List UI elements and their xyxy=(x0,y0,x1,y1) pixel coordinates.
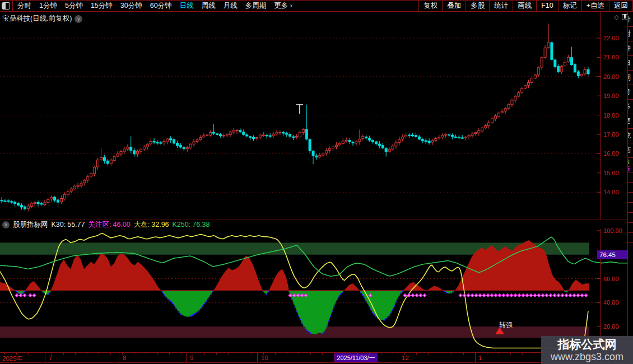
date-tick xyxy=(40,353,40,354)
date-tick xyxy=(416,353,417,354)
strip-button[interactable]: 画 xyxy=(628,143,633,158)
chevron-down-icon[interactable]: ∨ xyxy=(75,15,82,23)
indicator-label-40.00: 40.00 xyxy=(603,300,619,306)
strip-button[interactable]: 时 xyxy=(628,27,633,41)
month-label-12: 12 xyxy=(402,354,409,361)
strip-number-button[interactable]: 1 xyxy=(628,233,633,243)
date-tick xyxy=(322,353,323,354)
layout-panel-icon[interactable] xyxy=(2,2,10,10)
high-marker xyxy=(296,105,303,114)
month-separator xyxy=(398,353,398,363)
period-tab-分时[interactable]: 分时 xyxy=(17,1,31,11)
date-tick xyxy=(428,353,429,354)
strip-number-button[interactable]: 1 xyxy=(628,203,633,213)
chart-corner-tools: ◇ xyxy=(614,13,628,21)
month-separator xyxy=(45,353,45,363)
attention-diamonds xyxy=(15,293,588,297)
period-toolbar: 分时1分钟5分钟15分钟30分钟60分钟日线周线月线多周期更多 › 复权叠加多股… xyxy=(0,0,633,12)
strip-button[interactable]: 统 xyxy=(628,129,633,143)
date-tick xyxy=(475,353,476,354)
strip-button-accent[interactable]: 自 xyxy=(628,158,633,165)
indicator-header: ∨ 股朋指标网 K30: 55.77 关注区: 46.00 大盘: 32.96 … xyxy=(0,220,627,229)
watermark: 指标公式网 www.zbgs3.com xyxy=(541,336,633,364)
watermark-title: 指标公式网 xyxy=(558,338,617,351)
strip-button[interactable]: 分 xyxy=(628,12,633,27)
period-tab-月线[interactable]: 月线 xyxy=(224,1,238,11)
strip-number-button[interactable]: 1 xyxy=(628,223,633,233)
k30-value: 55.77 xyxy=(67,221,85,228)
period-tab-15分钟[interactable]: 15分钟 xyxy=(91,1,113,11)
date-tick xyxy=(28,353,29,354)
toolbar-button-标记[interactable]: 标记 xyxy=(558,0,581,12)
strip-button-accent2[interactable]: 选 xyxy=(628,165,633,172)
month-label-8: 8 xyxy=(123,354,126,361)
toolbar-button-复权[interactable]: 复权 xyxy=(418,0,442,12)
strip-button[interactable]: 更 xyxy=(628,114,633,129)
date-tick xyxy=(310,353,311,354)
date-tick xyxy=(393,353,393,354)
date-tick xyxy=(287,353,287,354)
date-tick xyxy=(252,353,252,354)
date-tick xyxy=(275,353,276,354)
period-tab-5分钟[interactable]: 5分钟 xyxy=(65,1,83,11)
price-label-19.00: 19.00 xyxy=(603,93,619,99)
indicator-label-100.00: 100.00 xyxy=(603,228,622,234)
period-tab-多周期[interactable]: 多周期 xyxy=(245,1,267,11)
strip-button[interactable]: 多 xyxy=(628,100,633,114)
indicator-name[interactable]: 股朋指标网 xyxy=(13,220,48,230)
date-axis: 2025年 2025/11/03/一 78910121 xyxy=(0,352,633,363)
collapse-indicator-icon[interactable]: ∨ xyxy=(2,221,10,228)
date-tick xyxy=(381,353,381,354)
period-tab-1分钟[interactable]: 1分钟 xyxy=(39,1,57,11)
price-label-22.00: 22.00 xyxy=(603,35,619,41)
date-tick xyxy=(63,353,64,354)
date-tick xyxy=(204,353,205,354)
strip-number-button[interactable]: 1 xyxy=(628,213,633,223)
zone-label: 关注区: xyxy=(89,220,111,230)
function-buttons: 复权叠加多股统计画线F10标记+自选返回 xyxy=(418,0,633,12)
date-tick xyxy=(369,353,370,354)
date-tick xyxy=(357,353,358,354)
indicator-label-60.00: 60.00 xyxy=(603,276,619,282)
strip-button[interactable]: 月 xyxy=(628,85,633,100)
date-tick xyxy=(16,353,17,354)
price-label-18.00: 18.00 xyxy=(603,113,619,119)
strip-number-button[interactable]: 1 xyxy=(628,183,633,193)
toolbar-button-叠加[interactable]: 叠加 xyxy=(442,0,466,12)
strip-button[interactable]: 钟 xyxy=(628,41,633,56)
period-tab-日线[interactable]: 日线 xyxy=(180,1,194,11)
period-tab-60分钟[interactable]: 60分钟 xyxy=(150,1,172,11)
date-tick xyxy=(216,353,217,354)
strip-number-button[interactable]: 1 xyxy=(628,172,633,183)
date-tick xyxy=(440,353,440,354)
strip-number-button[interactable]: 1 xyxy=(628,193,633,203)
diamond-icon[interactable]: ◇ xyxy=(614,13,618,21)
month-separator xyxy=(119,353,119,363)
date-tick xyxy=(534,353,534,354)
right-side-strip: 分时钟日周月多更统画自选1111111 xyxy=(627,12,633,336)
toolbar-button-返回[interactable]: 返回 xyxy=(609,0,633,12)
date-tick xyxy=(99,353,99,354)
toolbar-button-多股[interactable]: 多股 xyxy=(466,0,489,12)
date-tick xyxy=(87,353,87,354)
date-tick xyxy=(499,353,499,354)
month-label-1: 1 xyxy=(478,354,482,361)
main-gridlines xyxy=(0,38,599,192)
zone-value: 46.00 xyxy=(113,221,130,228)
indicator-label-20.00: 20.00 xyxy=(603,324,619,330)
strip-button[interactable]: 日 xyxy=(628,56,633,71)
date-tick xyxy=(463,353,464,354)
candlestick-layer xyxy=(1,24,589,211)
strip-button[interactable]: 周 xyxy=(628,71,633,85)
period-tab-周线[interactable]: 周线 xyxy=(202,1,216,11)
date-tick xyxy=(299,353,299,354)
toolbar-button-F10[interactable]: F10 xyxy=(536,0,558,12)
toolbar-button-+自选[interactable]: +自选 xyxy=(581,0,609,12)
toolbar-button-统计[interactable]: 统计 xyxy=(489,0,513,12)
chart-canvas xyxy=(0,0,633,364)
period-tab-30分钟[interactable]: 30分钟 xyxy=(120,1,142,11)
date-tick xyxy=(240,353,240,354)
period-tab-更多 ›[interactable]: 更多 › xyxy=(274,1,292,11)
k30-label: K30: xyxy=(52,221,66,228)
toolbar-button-画线[interactable]: 画线 xyxy=(513,0,536,12)
